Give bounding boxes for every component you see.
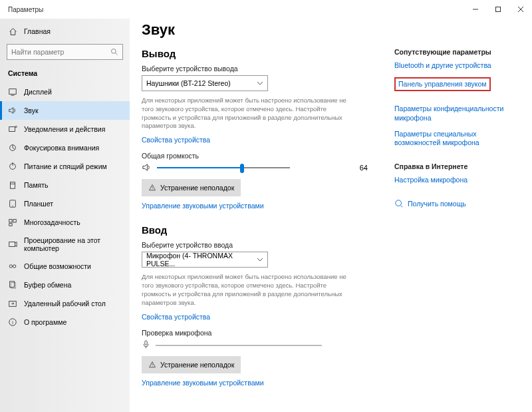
close-button[interactable] [509, 0, 532, 19]
svg-rect-1 [496, 7, 501, 12]
related-link-mic-privacy[interactable]: Параметры конфиденциальности микрофона [394, 104, 514, 122]
output-choose-label: Выберите устройство вывода [142, 65, 381, 73]
nav-icon: i [8, 317, 17, 327]
sidebar-item-label: Дисплей [24, 88, 52, 96]
sidebar-item-label: Планшет [24, 200, 53, 208]
sidebar-item-label: Проецирование на этот компьютер [24, 236, 122, 252]
sidebar-item-7[interactable]: Многозадачность [0, 213, 130, 232]
mic-test-label: Проверка микрофона [142, 329, 381, 337]
search-icon [110, 48, 118, 56]
mic-test-row [142, 339, 381, 349]
svg-point-29 [152, 189, 153, 190]
svg-rect-20 [9, 242, 15, 247]
svg-point-22 [13, 265, 15, 268]
svg-point-32 [152, 365, 153, 366]
input-device-value: Микрофон (4- THRONMAX PULSE... [146, 252, 257, 268]
sidebar-item-label: Буфер обмена [24, 281, 71, 289]
sidebar-item-label: Фокусировка внимания [24, 144, 99, 152]
home-icon [8, 27, 17, 36]
category-label: Система [0, 67, 130, 83]
output-desc: Для некоторых приложений может быть наст… [142, 97, 354, 130]
output-device-value: Наушники (BT-212 Stereo) [146, 79, 231, 87]
svg-point-16 [12, 206, 13, 206]
volume-label: Общая громкость [142, 152, 381, 160]
volume-row: 64 [142, 162, 381, 172]
related-link-bluetooth[interactable]: Bluetooth и другие устройства [394, 61, 514, 71]
related-link-sound-panel[interactable]: Панель управления звуком [394, 77, 491, 92]
svg-rect-6 [9, 89, 17, 95]
sidebar-item-12[interactable]: iО программе [0, 313, 130, 331]
volume-slider[interactable] [157, 167, 290, 168]
home-label: Главная [24, 27, 51, 35]
input-choose-label: Выберите устройство ввода [142, 241, 381, 249]
svg-rect-19 [9, 224, 12, 226]
nav-icon [8, 280, 17, 290]
nav-icon [8, 218, 17, 227]
sidebar-item-10[interactable]: Буфер обмена [0, 276, 130, 294]
input-manage-link[interactable]: Управление звуковыми устройствами [142, 379, 264, 387]
output-device-select[interactable]: Наушники (BT-212 Stereo) [142, 75, 268, 91]
sidebar-item-3[interactable]: Фокусировка внимания [0, 138, 130, 157]
volume-value: 64 [360, 164, 368, 172]
nav-icon [8, 262, 17, 271]
microphone-icon [142, 339, 150, 349]
input-heading: Ввод [142, 224, 381, 236]
sidebar: Главная Система ДисплейЗвукУведомления и… [0, 19, 130, 412]
home-nav[interactable]: Главная [0, 23, 130, 40]
sidebar-item-9[interactable]: Общие возможности [0, 257, 130, 276]
maximize-button[interactable] [487, 0, 509, 19]
sidebar-item-label: Звук [24, 106, 39, 114]
mic-level-bar [156, 345, 322, 346]
sidebar-item-0[interactable]: Дисплей [0, 83, 130, 101]
help-icon [394, 199, 404, 208]
svg-rect-17 [9, 220, 12, 222]
warning-icon [148, 361, 156, 369]
sidebar-item-8[interactable]: Проецирование на этот компьютер [0, 232, 130, 257]
nav-icon [8, 240, 17, 249]
output-heading: Вывод [142, 48, 381, 59]
nav-icon [8, 162, 17, 171]
sidebar-item-1[interactable]: Звук [0, 101, 130, 120]
related-column: Сопутствующие параметры Bluetooth и друг… [394, 21, 514, 412]
nav-icon [8, 299, 17, 308]
warning-icon [148, 184, 156, 192]
input-properties-link[interactable]: Свойства устройства [142, 313, 210, 321]
output-manage-link[interactable]: Управление звуковыми устройствами [142, 202, 264, 210]
sidebar-item-label: Многозадачность [24, 218, 80, 226]
input-troubleshoot-button[interactable]: Устранение неполадок [142, 356, 241, 373]
input-device-select[interactable]: Микрофон (4- THRONMAX PULSE... [142, 252, 268, 268]
related-link-mic-access[interactable]: Параметры специальных возможностей микро… [394, 130, 514, 148]
minimize-button[interactable] [464, 0, 487, 19]
get-help-link[interactable]: Получить помощь [408, 200, 466, 209]
sidebar-item-6[interactable]: Планшет [0, 194, 130, 213]
nav-icon [8, 199, 17, 208]
search-input[interactable] [11, 48, 110, 56]
sidebar-item-label: Удаленный рабочий стол [24, 300, 106, 308]
sidebar-item-5[interactable]: Память [0, 176, 130, 194]
nav-icon [8, 87, 17, 97]
related-heading: Сопутствующие параметры [394, 48, 514, 56]
svg-line-5 [116, 53, 118, 55]
sidebar-item-2[interactable]: Уведомления и действия [0, 120, 130, 138]
sidebar-item-4[interactable]: Питание и спящий режим [0, 157, 130, 176]
svg-rect-8 [9, 127, 15, 132]
search-box[interactable] [7, 44, 123, 60]
sidebar-item-11[interactable]: Удаленный рабочий стол [0, 294, 130, 313]
chevron-down-icon [257, 80, 263, 87]
nav-icon [8, 180, 17, 190]
help-link-mic-setup[interactable]: Настройка микрофона [394, 176, 514, 185]
sidebar-item-label: Питание и спящий режим [24, 162, 107, 170]
output-troubleshoot-button[interactable]: Устранение неполадок [142, 179, 241, 196]
help-heading: Справка в Интернете [394, 162, 514, 170]
svg-rect-18 [13, 220, 16, 222]
sidebar-item-label: Память [24, 181, 49, 189]
svg-point-21 [9, 265, 12, 268]
nav-icon [8, 106, 17, 115]
output-properties-link[interactable]: Свойства устройства [142, 136, 210, 144]
sidebar-item-label: Общие возможности [24, 262, 91, 270]
svg-text:i: i [12, 320, 13, 325]
window-title: Параметры [8, 6, 43, 13]
svg-point-33 [396, 200, 402, 206]
sidebar-item-label: О программе [24, 318, 66, 326]
chevron-down-icon [257, 256, 263, 263]
